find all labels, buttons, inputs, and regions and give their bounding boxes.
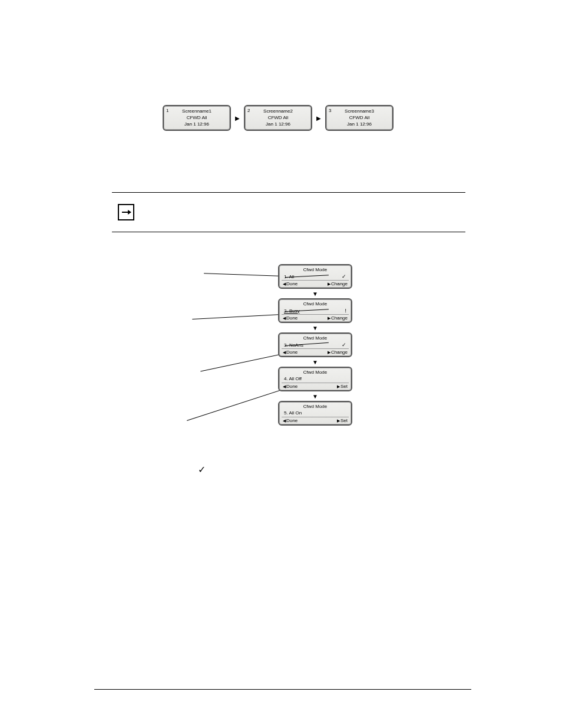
mode-title: Cfwd Mode [279, 267, 351, 272]
cfwd-mode-stack: Cfwd Mode 1. All ✓ Done Change ▼ Cfwd Mo… [278, 264, 352, 426]
screen-name: Screenname1 [164, 108, 230, 114]
done-button[interactable]: Done [283, 315, 297, 321]
mode-title: Cfwd Mode [279, 404, 351, 409]
mode-title: Cfwd Mode [279, 370, 351, 375]
done-button[interactable]: Done [283, 350, 297, 355]
done-button[interactable]: Done [283, 384, 297, 389]
check-icon: ✓ [198, 464, 206, 475]
cfwd-mode-noans: Cfwd Mode 3. NoAns ✓ Done Change [278, 332, 352, 357]
screen-number: 1 [166, 108, 168, 113]
change-button[interactable]: Change [328, 315, 348, 321]
change-button[interactable]: Change [328, 350, 348, 355]
screen-state: CFWD All [164, 114, 230, 121]
screen-state: CFWD All [326, 114, 392, 121]
arrow-down-icon: ▼ [312, 359, 318, 365]
cfwd-mode-busy: Cfwd Mode 2. Busy ! Done Change [278, 298, 352, 323]
change-button[interactable]: Change [328, 281, 348, 286]
divider [282, 417, 349, 417]
divider [282, 348, 349, 349]
phone-screen-1: 1 Screenname1 CFWD All Jan 1 12:96 [163, 105, 231, 131]
arrow-right-icon: ▶ [231, 115, 244, 121]
screen-number: 2 [247, 108, 250, 113]
mode-option: 4. All Off [284, 376, 302, 381]
screen-time: Jan 1 12:96 [164, 121, 230, 127]
done-button[interactable]: Done [283, 281, 297, 286]
divider [282, 280, 349, 281]
screen-state: CFWD All [245, 114, 311, 121]
done-button[interactable]: Done [283, 418, 297, 423]
screen-time: Jan 1 12:96 [326, 121, 392, 127]
rule-top [112, 192, 465, 193]
set-button[interactable]: Set [337, 384, 348, 389]
screen-time: Jan 1 12:96 [245, 121, 311, 127]
phone-screen-2: 2 Screenname2 CFWD All Jan 1 12:96 [244, 105, 312, 131]
cfwd-mode-all-off: Cfwd Mode 4. All Off Done Set [278, 367, 352, 391]
divider [282, 314, 349, 315]
note-arrow-icon [118, 204, 134, 220]
check-icon: ✓ [342, 274, 346, 279]
set-button[interactable]: Set [337, 418, 348, 423]
mode-option: 5. All On [284, 410, 302, 416]
cfwd-mode-all: Cfwd Mode 1. All ✓ Done Change [278, 264, 352, 289]
screens-row: 1 Screenname1 CFWD All Jan 1 12:96 ▶ 2 S… [163, 105, 394, 131]
screen-number: 3 [329, 108, 331, 113]
rule-bottom [112, 232, 465, 232]
check-icon: ✓ [342, 342, 346, 348]
arrow-down-icon: ▼ [312, 291, 318, 297]
divider [282, 383, 349, 383]
footer-rule [94, 689, 471, 690]
screen-name: Screenname3 [326, 108, 392, 114]
mode-title: Cfwd Mode [279, 335, 351, 341]
arrow-down-icon: ▼ [312, 393, 318, 400]
arrow-right-icon: ▶ [312, 115, 325, 121]
screen-name: Screenname2 [245, 108, 311, 114]
cfwd-mode-all-on: Cfwd Mode 5. All On Done Set [278, 401, 352, 426]
phone-screen-3: 3 Screenname3 CFWD All Jan 1 12:96 [325, 105, 394, 131]
mode-title: Cfwd Mode [279, 301, 351, 307]
warning-icon: ! [345, 308, 346, 314]
arrow-down-icon: ▼ [312, 325, 318, 331]
